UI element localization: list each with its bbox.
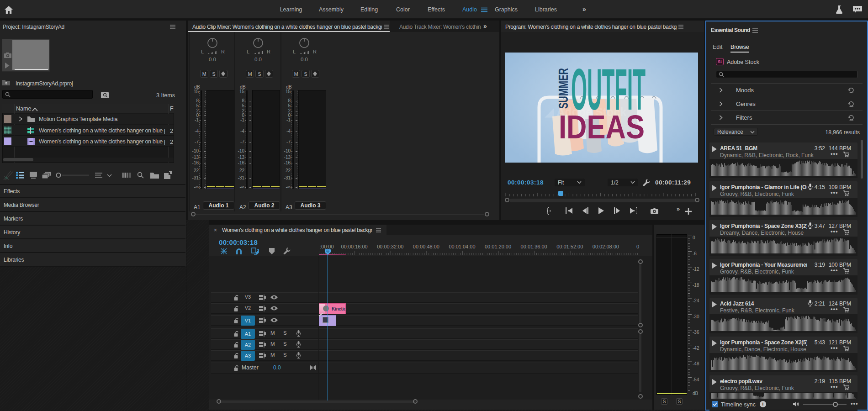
svg-text:SUMMER: SUMMER bbox=[556, 68, 571, 109]
svg-text:IDEAS: IDEAS bbox=[559, 108, 645, 145]
